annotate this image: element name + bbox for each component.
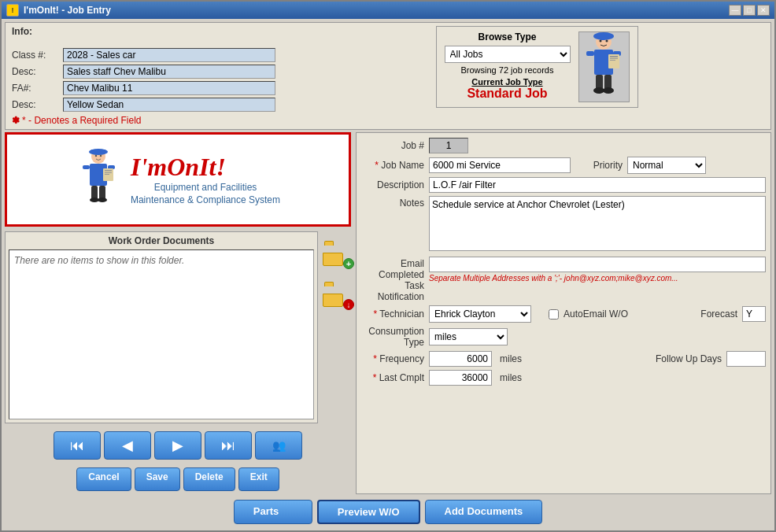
priority-label: Priority: [575, 160, 623, 171]
delete-button[interactable]: Delete: [183, 467, 235, 491]
email-label-text: Email: [401, 258, 424, 269]
technician-label: * Technician: [361, 308, 424, 320]
frequency-label-text: Frequency: [379, 353, 424, 364]
top-panel: Info: Class #: 2028 - Sales car Desc: Sa…: [5, 22, 771, 130]
frequency-row: * Frequency miles Follow Up Days: [361, 351, 766, 367]
job-num-label: Job #: [361, 140, 424, 151]
svg-rect-9: [610, 60, 615, 61]
main-window: ! I'mOnIt! - Job Entry — □ ✕ Info: Class…: [0, 0, 776, 532]
browse-section: Browse Type All JobsStandard JobPM Job B…: [309, 26, 764, 126]
prev-button[interactable]: ◀: [104, 431, 151, 460]
save-button[interactable]: Save: [135, 467, 180, 491]
job-num-row: Job # 1: [361, 138, 766, 153]
avatar: [578, 31, 630, 102]
svg-rect-4: [586, 51, 594, 56]
first-button[interactable]: ⏮: [54, 431, 101, 460]
desc2-label: Desc:: [12, 99, 63, 110]
technician-row: * Technician Ehrick Clayton AutoEmail W/…: [361, 305, 766, 323]
docs-area: Work Order Documents There are no items …: [5, 231, 351, 423]
consumption-type-label: ConsumptionType: [361, 326, 424, 348]
logo-text: I'mOnIt! Equipment and Facilities Mainte…: [131, 153, 280, 206]
close-button[interactable]: ✕: [757, 5, 770, 16]
email-input[interactable]: [429, 257, 766, 272]
browse-box: Browse Type All JobsStandard JobPM Job B…: [436, 26, 638, 108]
browse-count: Browsing 72 job records: [460, 65, 553, 75]
technician-select[interactable]: Ehrick Clayton: [429, 305, 531, 323]
svg-point-12: [593, 87, 604, 94]
parts-button[interactable]: Parts: [234, 500, 312, 524]
consumption-type-select[interactable]: miles hours days: [429, 328, 508, 345]
forecast-label: Forecast: [700, 308, 737, 320]
svg-point-29: [98, 198, 107, 202]
technician-label-text: Technician: [379, 308, 424, 320]
info-row-fa: FA#: Chev Malibu 11: [12, 81, 303, 95]
job-name-row: * Job Name Priority Normal High Low Crit…: [361, 157, 766, 174]
svg-rect-7: [610, 56, 618, 57]
main-content: Info: Class #: 2028 - Sales car Desc: Sa…: [2, 19, 774, 530]
logo-figure: [76, 148, 123, 211]
job-name-label-text: Job Name: [381, 160, 424, 171]
svg-rect-20: [83, 165, 90, 169]
add-folder-icon[interactable]: +: [323, 241, 351, 266]
desc1-label: Desc:: [12, 66, 63, 77]
required-star-freq: *: [373, 353, 377, 364]
logo-person: [77, 148, 120, 211]
logo-sub-text: Equipment and Facilities Maintenance & C…: [131, 182, 280, 206]
left-info: Info: Class #: 2028 - Sales car Desc: Sa…: [12, 26, 303, 126]
auto-email-checkbox[interactable]: [549, 309, 559, 320]
exit-button[interactable]: Exit: [238, 467, 279, 491]
add-documents-button[interactable]: Add Documents: [425, 500, 543, 524]
last-button[interactable]: ⏭: [205, 431, 252, 460]
svg-rect-2: [596, 34, 612, 37]
email-label: Email Completed Task Notification: [361, 258, 424, 302]
notes-textarea[interactable]: Schedule service at Anchor Chevrolet (Le…: [429, 196, 766, 251]
email-hint: Separate Multiple Addresses with a ';'- …: [429, 274, 766, 283]
frequency-label: * Frequency: [361, 353, 424, 364]
person-figure: [580, 32, 627, 102]
email-row: Email Completed Task Notification Separa…: [361, 257, 766, 302]
last-cmplt-unit: miles: [500, 372, 522, 383]
export-folder-icon[interactable]: ↓: [323, 282, 351, 307]
description-input[interactable]: [429, 177, 766, 193]
frequency-unit: miles: [500, 353, 522, 364]
last-cmplt-label: * Last Cmplt: [361, 372, 424, 383]
docs-title: Work Order Documents: [9, 235, 314, 246]
app-icon: !: [6, 4, 19, 17]
notification-label: Notification: [378, 291, 424, 302]
frequency-input[interactable]: [429, 351, 492, 367]
job-form: Job # 1 * Job Name Priority Normal High …: [356, 132, 771, 494]
minimize-button[interactable]: —: [729, 5, 741, 16]
follow-up-input[interactable]: [726, 351, 766, 367]
last-cmplt-input[interactable]: [429, 370, 492, 386]
priority-select[interactable]: Normal High Low Critical: [627, 157, 706, 174]
folder-icons: + ↓: [323, 231, 351, 423]
desc1-value: Sales staff Chev Malibu: [63, 65, 275, 79]
left-middle: I'mOnIt! Equipment and Facilities Mainte…: [5, 132, 351, 494]
middle-section: I'mOnIt! Equipment and Facilities Mainte…: [5, 132, 771, 494]
task-label: Task: [405, 280, 424, 291]
required-star: ✽: [12, 115, 20, 126]
svg-point-31: [100, 155, 102, 157]
job-name-label: * Job Name: [361, 160, 424, 171]
browse-type-label: Current Job Type: [471, 77, 542, 87]
action-buttons: Cancel Save Delete Exit: [5, 464, 351, 494]
title-bar: ! I'mOnIt! - Job Entry — □ ✕: [2, 2, 774, 19]
svg-rect-8: [610, 58, 618, 59]
preview-wo-button[interactable]: Preview W/O: [317, 500, 420, 524]
forecast-input[interactable]: [742, 306, 766, 322]
class-value: 2028 - Sales car: [63, 48, 275, 62]
fa-label: FA#:: [12, 83, 63, 94]
browse-dropdown[interactable]: All JobsStandard JobPM Job: [445, 46, 571, 63]
fa-value: Chev Malibu 11: [63, 81, 275, 95]
maximize-button[interactable]: □: [743, 5, 756, 16]
cancel-button[interactable]: Cancel: [76, 467, 131, 491]
follow-up-label: Follow Up Days: [656, 353, 722, 364]
next-button[interactable]: ▶: [154, 431, 201, 460]
notes-container: Schedule service at Anchor Chevrolet (Le…: [429, 196, 766, 253]
class-label: Class #:: [12, 50, 63, 61]
consumption-type-row: ConsumptionType miles hours days: [361, 326, 766, 348]
browse-inner: Browse Type All JobsStandard JobPM Job B…: [445, 31, 571, 101]
job-name-input[interactable]: [429, 157, 571, 173]
people-button[interactable]: 👥: [255, 431, 302, 460]
required-note: ✽ * - Denotes a Required Field: [12, 115, 303, 126]
